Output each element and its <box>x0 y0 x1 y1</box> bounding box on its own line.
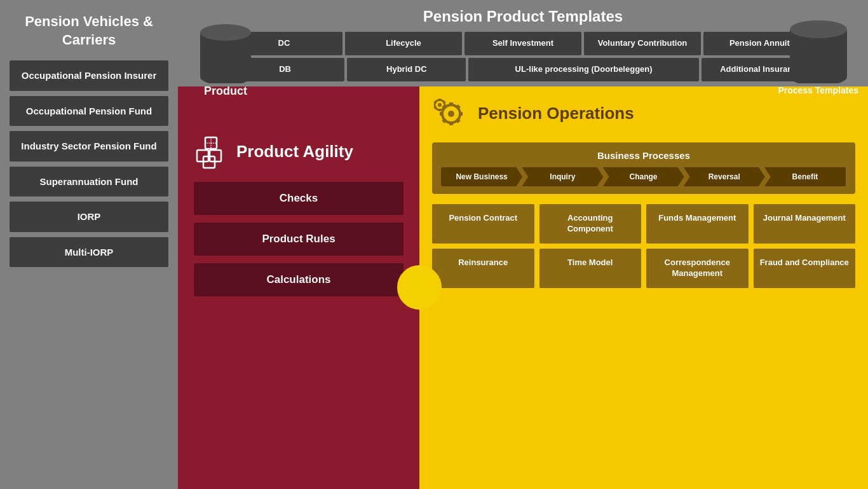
ops-pension-contract: Pension Contract <box>432 204 534 244</box>
template-hybrid-dc: Hybrid DC <box>347 58 466 81</box>
ops-time-model: Time Model <box>539 249 642 288</box>
product-label: Product <box>204 85 247 98</box>
sidebar-card-1: Occupational Pension Fund <box>10 96 168 127</box>
svg-rect-16 <box>459 112 463 116</box>
process-change: Change <box>602 167 684 186</box>
left-sidebar: Pension Vehicles & Carriers Occupational… <box>0 0 178 489</box>
template-ul-like: UL-like processing (Doorbeleggen) <box>468 58 698 81</box>
ops-grid: Pension Contract Accounting Component Fu… <box>432 204 855 288</box>
sidebar-title: Pension Vehicles & Carriers <box>10 13 168 49</box>
template-lifecycle: Lifecycle <box>345 32 462 55</box>
svg-rect-24 <box>438 99 441 101</box>
process-templates-cylinder-icon <box>787 17 850 83</box>
template-self-investment: Self Investment <box>465 32 581 55</box>
circle-connector <box>397 265 442 310</box>
ops-accounting: Accounting Component <box>539 204 642 244</box>
ops-reinsurance: Reinsurance <box>432 249 534 288</box>
sidebar-card-5: Multi-IORP <box>10 237 168 268</box>
business-processes-box: Business Processes New Business Inquiry … <box>432 142 855 194</box>
boxes-icon <box>194 134 229 169</box>
svg-rect-14 <box>449 102 453 106</box>
product-agility-title: Product Agility <box>236 142 353 162</box>
feature-calculations: Calculations <box>194 263 403 296</box>
gear-icon <box>432 96 470 131</box>
product-cylinder-icon <box>197 20 254 83</box>
process-templates-label: Process Templates <box>778 85 858 96</box>
svg-rect-20 <box>440 112 444 116</box>
pension-ops-title: Pension Operations <box>478 104 634 123</box>
sidebar-card-4: IORP <box>10 202 168 232</box>
sidebar-card-3: Superannuation Fund <box>10 167 168 197</box>
feature-product-rules: Product Rules <box>194 223 403 256</box>
sidebar-card-0: Occupational Pension Insurer <box>10 60 168 91</box>
ops-funds-management: Funds Management <box>646 204 749 244</box>
process-new-business: New Business <box>441 167 522 186</box>
process-arrows: New Business Inquiry Change Reversal Ben… <box>442 167 846 186</box>
svg-rect-18 <box>449 121 453 125</box>
crimson-section: Product Product Agility Checks <box>178 86 419 489</box>
ops-journal: Journal Management <box>754 204 856 244</box>
template-voluntary: Voluntary Contribution <box>584 32 701 55</box>
svg-point-23 <box>438 103 442 107</box>
ops-fraud: Fraud and Compliance <box>754 249 856 288</box>
process-reversal: Reversal <box>684 167 765 186</box>
svg-rect-27 <box>438 109 441 111</box>
product-agility-header: Product Agility <box>194 134 403 169</box>
sidebar-card-2: Industry Sector Pension Fund <box>10 131 168 162</box>
svg-point-1 <box>200 24 251 41</box>
svg-point-10 <box>790 20 847 38</box>
pension-ops-header: Pension Operations <box>432 96 855 131</box>
business-processes-title: Business Processes <box>442 150 846 161</box>
feature-checks: Checks <box>194 182 403 215</box>
bottom-area: Product Product Agility Checks <box>178 86 868 489</box>
ops-correspondence: Correspondence Management <box>646 249 749 288</box>
yellow-section: Process Templates <box>419 86 868 489</box>
process-benefit: Benefit <box>764 167 846 186</box>
process-inquiry: Inquiry <box>522 167 603 186</box>
header-title: Pension Product Templates <box>187 8 858 25</box>
main-content: Pension Product Templates DC Lifecycle S… <box>178 0 868 489</box>
svg-point-13 <box>448 111 454 117</box>
top-header: Pension Product Templates DC Lifecycle S… <box>178 0 868 86</box>
